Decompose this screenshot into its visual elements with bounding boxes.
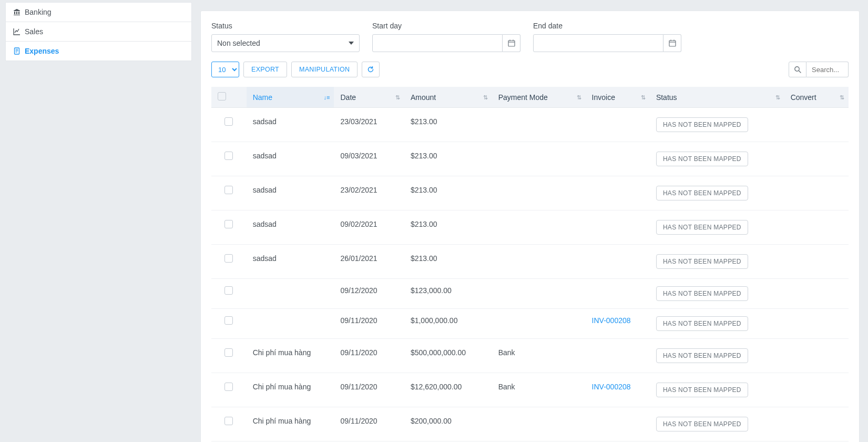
cell-invoice — [586, 210, 650, 245]
calendar-icon — [669, 39, 676, 47]
sort-icon: ⇅ — [395, 94, 400, 101]
file-invoice-icon — [13, 47, 21, 55]
status-select[interactable]: Non selected — [211, 34, 360, 52]
cell-invoice — [586, 407, 650, 441]
column-amount[interactable]: Amount⇅ — [404, 87, 492, 108]
manipulation-button[interactable]: MANIPULATION — [291, 62, 358, 77]
cell-amount: $213.00 — [404, 142, 492, 176]
cell-name: sadsad — [247, 245, 334, 279]
table-row: 09/11/2020$1,000,000.00INV-000208HAS NOT… — [211, 309, 849, 339]
sort-icon: ⇅ — [641, 94, 646, 101]
row-checkbox[interactable] — [224, 286, 233, 295]
cell-date: 23/02/2021 — [334, 176, 404, 210]
table-row: sadsad23/02/2021$213.00HAS NOT BEEN MAPP… — [211, 176, 849, 210]
cell-payment-mode — [492, 279, 586, 309]
row-checkbox[interactable] — [224, 220, 233, 228]
cell-convert — [784, 407, 849, 441]
search-input[interactable] — [806, 62, 849, 77]
status-badge: HAS NOT BEEN MAPPED — [656, 286, 748, 301]
cell-date: 23/03/2021 — [334, 108, 404, 142]
row-checkbox[interactable] — [224, 152, 233, 160]
status-badge: HAS NOT BEEN MAPPED — [656, 348, 748, 363]
sidebar-item-sales[interactable]: Sales — [6, 22, 191, 42]
table-row: Chi phí mua hàng09/11/2020$12,620,000.00… — [211, 373, 849, 407]
cell-name — [247, 309, 334, 339]
column-status[interactable]: Status⇅ — [650, 87, 784, 108]
table-row: sadsad26/01/2021$213.00HAS NOT BEEN MAPP… — [211, 245, 849, 279]
cell-invoice — [586, 279, 650, 309]
end-date-input[interactable] — [533, 34, 663, 52]
sidebar-item-expenses[interactable]: Expenses — [6, 42, 191, 61]
row-checkbox[interactable] — [224, 186, 233, 194]
cell-invoice — [586, 108, 650, 142]
sort-icon: ⇅ — [775, 94, 780, 101]
cell-invoice — [586, 142, 650, 176]
cell-payment-mode — [492, 309, 586, 339]
column-name[interactable]: Name↓≡ — [247, 87, 334, 108]
filters-row: Status Non selected Start day — [211, 22, 849, 52]
row-checkbox[interactable] — [224, 417, 233, 425]
table-row: Chi phí mua hàng09/11/2020$500,000,000.0… — [211, 339, 849, 373]
cell-payment-mode: Bank — [492, 373, 586, 407]
page-size-select[interactable]: 10 — [211, 62, 239, 77]
refresh-button[interactable] — [362, 62, 380, 77]
cell-date: 09/11/2020 — [334, 339, 404, 373]
refresh-icon — [367, 66, 374, 73]
cell-amount: $213.00 — [404, 108, 492, 142]
cell-status: HAS NOT BEEN MAPPED — [650, 108, 784, 142]
column-payment-mode[interactable]: Payment Mode⇅ — [492, 87, 586, 108]
search-button[interactable] — [789, 62, 806, 77]
cell-name: Chi phí mua hàng — [247, 407, 334, 441]
sort-desc-icon: ↓≡ — [324, 94, 330, 101]
cell-payment-mode — [492, 108, 586, 142]
status-label: Status — [211, 22, 360, 30]
cell-amount: $200,000.00 — [404, 407, 492, 441]
table-row: sadsad09/02/2021$213.00HAS NOT BEEN MAPP… — [211, 210, 849, 245]
invoice-link[interactable]: INV-000208 — [592, 316, 631, 325]
cell-convert — [784, 142, 849, 176]
sidebar-item-banking[interactable]: Banking — [6, 3, 191, 22]
cell-convert — [784, 108, 849, 142]
start-day-calendar-button[interactable] — [503, 34, 520, 52]
search-icon — [794, 66, 801, 73]
row-checkbox[interactable] — [224, 117, 233, 126]
start-day-input[interactable] — [372, 34, 503, 52]
column-invoice[interactable]: Invoice⇅ — [586, 87, 650, 108]
cell-amount: $500,000,000.00 — [404, 339, 492, 373]
cell-convert — [784, 339, 849, 373]
cell-invoice: INV-000208 — [586, 373, 650, 407]
calendar-icon — [508, 39, 515, 47]
invoice-link[interactable]: INV-000208 — [592, 383, 631, 391]
export-button[interactable]: EXPORT — [243, 62, 287, 77]
row-checkbox[interactable] — [224, 383, 233, 391]
status-badge: HAS NOT BEEN MAPPED — [656, 254, 748, 269]
cell-amount: $213.00 — [404, 210, 492, 245]
cell-payment-mode: Bank — [492, 339, 586, 373]
cell-invoice — [586, 245, 650, 279]
row-checkbox[interactable] — [224, 348, 233, 357]
end-date-calendar-button[interactable] — [663, 34, 681, 52]
cell-date: 09/02/2021 — [334, 210, 404, 245]
cell-invoice: INV-000208 — [586, 309, 650, 339]
cell-date: 09/11/2020 — [334, 309, 404, 339]
column-date[interactable]: Date⇅ — [334, 87, 404, 108]
cell-date: 09/03/2021 — [334, 142, 404, 176]
sort-icon: ⇅ — [577, 94, 581, 101]
cell-name: sadsad — [247, 142, 334, 176]
cell-name: sadsad — [247, 108, 334, 142]
sort-icon: ⇅ — [840, 94, 844, 101]
row-checkbox[interactable] — [224, 254, 233, 263]
row-checkbox[interactable] — [224, 316, 233, 325]
cell-amount: $123,000.00 — [404, 279, 492, 309]
cell-payment-mode — [492, 176, 586, 210]
cell-status: HAS NOT BEEN MAPPED — [650, 309, 784, 339]
cell-convert — [784, 176, 849, 210]
select-all-checkbox[interactable] — [218, 92, 226, 101]
cell-convert — [784, 210, 849, 245]
cell-status: HAS NOT BEEN MAPPED — [650, 210, 784, 245]
column-convert[interactable]: Convert⇅ — [784, 87, 849, 108]
cell-amount: $213.00 — [404, 176, 492, 210]
cell-status: HAS NOT BEEN MAPPED — [650, 142, 784, 176]
status-badge: HAS NOT BEEN MAPPED — [656, 220, 748, 235]
cell-convert — [784, 309, 849, 339]
